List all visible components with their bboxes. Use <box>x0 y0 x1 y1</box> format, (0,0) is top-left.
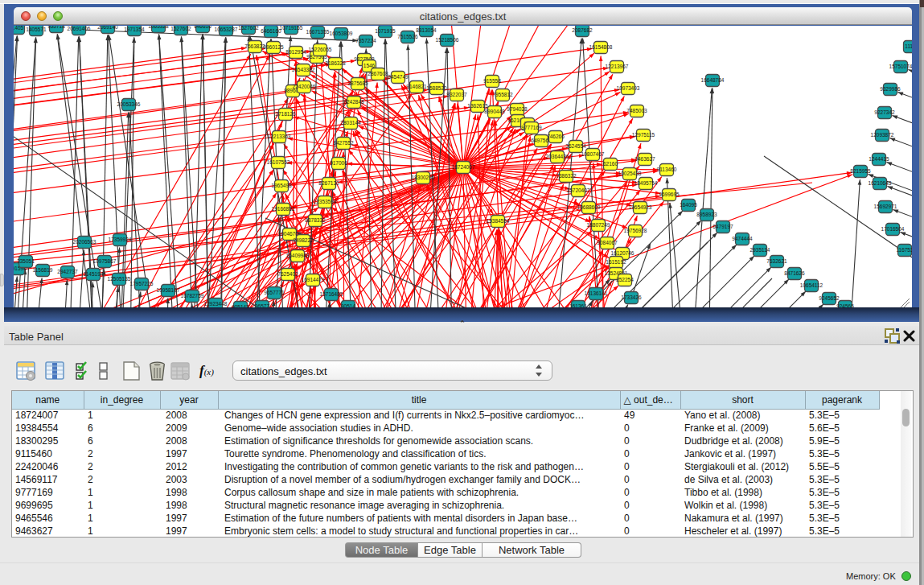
svg-text:90514: 90514 <box>341 303 355 308</box>
svg-text:955718: 955718 <box>47 26 65 29</box>
svg-text:1965498: 1965498 <box>271 183 292 188</box>
svg-text:2942737: 2942737 <box>57 269 78 274</box>
svg-text:9699695: 9699695 <box>659 192 680 197</box>
svg-text:9329986: 9329986 <box>880 86 901 92</box>
svg-text:7632621: 7632621 <box>766 258 787 264</box>
svg-text:9146821: 9146821 <box>406 84 427 89</box>
svg-text:15720407: 15720407 <box>567 187 590 193</box>
svg-text:7515526: 7515526 <box>397 34 418 39</box>
svg-text:8912954: 8912954 <box>285 49 306 55</box>
svg-text:161361: 161361 <box>569 303 587 308</box>
svg-text:1117: 1117 <box>905 43 912 49</box>
svg-text:17957225: 17957225 <box>130 281 154 286</box>
svg-text:7357224: 7357224 <box>355 38 376 43</box>
svg-text:1156819: 1156819 <box>33 267 53 273</box>
svg-text:8427552: 8427552 <box>333 140 354 146</box>
svg-text:19166852: 19166852 <box>272 206 295 212</box>
svg-text:22420046: 22420046 <box>293 84 316 89</box>
svg-text:9498222: 9498222 <box>293 237 314 243</box>
svg-text:16120746: 16120746 <box>611 250 634 256</box>
svg-text:8186328: 8186328 <box>325 60 346 66</box>
svg-text:10719155: 10719155 <box>280 26 303 31</box>
svg-text:9794028: 9794028 <box>507 106 528 112</box>
svg-text:1971354: 1971354 <box>124 27 145 32</box>
svg-text:16053809: 16053809 <box>330 31 353 36</box>
svg-text:96577: 96577 <box>255 303 269 308</box>
svg-text:915558: 915558 <box>483 78 501 84</box>
svg-text:62160: 62160 <box>603 161 618 167</box>
svg-text:116753: 116753 <box>896 247 912 253</box>
svg-text:2935114: 2935114 <box>750 247 770 253</box>
svg-text:20206563: 20206563 <box>73 239 97 245</box>
svg-text:16782759: 16782759 <box>181 293 204 299</box>
svg-text:19384554: 19384554 <box>487 218 510 224</box>
svg-text:9113460: 9113460 <box>657 167 677 172</box>
svg-text:9463627: 9463627 <box>634 156 655 162</box>
svg-text:20364436: 20364436 <box>546 154 569 159</box>
svg-text:1405571: 1405571 <box>26 27 47 32</box>
svg-text:18300295: 18300295 <box>412 175 435 180</box>
svg-text:12975115: 12975115 <box>632 132 655 138</box>
svg-text:1244415: 1244415 <box>869 156 889 162</box>
svg-text:12353594: 12353594 <box>314 199 337 204</box>
svg-text:16154808: 16154808 <box>589 44 613 50</box>
svg-text:15751074: 15751074 <box>889 64 912 69</box>
svg-text:17016504: 17016504 <box>881 226 905 232</box>
svg-text:9474444: 9474444 <box>732 236 753 241</box>
svg-text:1733426: 1733426 <box>621 295 642 300</box>
svg-text:1546: 1546 <box>363 63 376 68</box>
svg-text:2718126: 2718126 <box>275 111 296 117</box>
svg-text:12213363: 12213363 <box>268 134 291 139</box>
svg-text:7955812: 7955812 <box>492 92 513 97</box>
svg-text:1527602: 1527602 <box>238 26 259 31</box>
svg-text:12505135: 12505135 <box>108 276 131 282</box>
svg-text:16107552: 16107552 <box>267 159 290 165</box>
svg-text:2087682: 2087682 <box>572 27 593 33</box>
svg-text:12923448: 12923448 <box>204 301 228 307</box>
svg-text:12093872: 12093872 <box>871 132 894 138</box>
svg-text:9242848: 9242848 <box>343 99 364 105</box>
svg-text:16409948: 16409948 <box>286 253 310 258</box>
svg-text:1588520: 1588520 <box>426 85 447 91</box>
svg-text:8215955: 8215955 <box>850 168 871 174</box>
svg-text:10654112: 10654112 <box>800 282 823 288</box>
svg-text:8322037: 8322037 <box>446 92 467 97</box>
svg-text:15218506: 15218506 <box>436 37 459 43</box>
svg-text:8267130: 8267130 <box>318 180 339 186</box>
svg-text:9084067: 9084067 <box>597 240 618 245</box>
svg-text:9960125: 9960125 <box>263 44 284 50</box>
svg-text:3875685: 3875685 <box>347 80 368 86</box>
svg-text:9245652: 9245652 <box>819 295 840 301</box>
svg-text:10653287: 10653287 <box>215 27 238 32</box>
svg-text:8454749: 8454749 <box>388 74 409 80</box>
svg-text:9777169: 9777169 <box>521 125 542 130</box>
svg-text:9227342: 9227342 <box>874 109 895 115</box>
svg-text:10973493: 10973493 <box>617 85 640 91</box>
svg-text:1527602: 1527602 <box>170 26 191 31</box>
svg-text:646616: 646616 <box>194 26 211 29</box>
svg-text:7625402: 7625402 <box>277 271 298 277</box>
svg-text:252254: 252254 <box>616 277 634 282</box>
svg-text:8813054: 8813054 <box>416 27 437 33</box>
svg-text:16914479: 16914479 <box>302 277 325 282</box>
svg-text:18807249: 18807249 <box>587 222 610 228</box>
svg-text:10975867: 10975867 <box>93 258 117 264</box>
svg-text:335051: 335051 <box>17 258 35 264</box>
svg-text:8958923: 8958923 <box>696 212 717 217</box>
svg-text:10688609: 10688609 <box>577 204 601 210</box>
svg-text:7663822: 7663822 <box>244 43 265 49</box>
svg-text:19756928: 19756928 <box>624 228 647 233</box>
svg-text:7485003: 7485003 <box>626 108 647 113</box>
svg-text:2069140: 2069140 <box>97 26 118 30</box>
svg-text:8990448: 8990448 <box>484 109 505 114</box>
svg-text:16543382: 16543382 <box>292 67 315 72</box>
svg-text:16648784: 16648784 <box>701 77 725 83</box>
svg-text:20691406: 20691406 <box>68 26 91 31</box>
svg-text:10025438: 10025438 <box>618 171 642 176</box>
svg-text:2803144: 2803144 <box>340 120 361 126</box>
svg-text:6479197: 6479197 <box>713 224 733 229</box>
svg-text:19654923: 19654923 <box>629 204 652 210</box>
svg-text:7386322: 7386322 <box>556 173 577 179</box>
svg-text:16671355: 16671355 <box>306 29 330 35</box>
svg-text:746266: 746266 <box>547 134 565 139</box>
